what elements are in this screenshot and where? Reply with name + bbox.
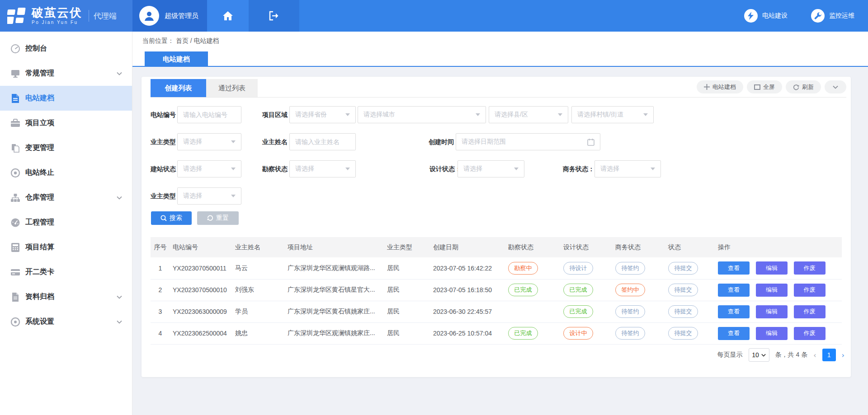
tab-create-list[interactable]: 创建列表 — [151, 79, 206, 97]
chevron-down-icon — [117, 72, 122, 75]
sidebar-item-open-class2-card[interactable]: 开二类卡 — [0, 260, 132, 284]
nav-monitor-ops[interactable]: 监控运维 — [811, 9, 854, 23]
cell-created: 2023-06-30 22:45:57 — [430, 301, 505, 322]
sidebar-item-dashboard[interactable]: 控制台 — [0, 36, 132, 61]
owner-name-input[interactable] — [290, 134, 355, 150]
cell-business-status: 待签约 — [613, 257, 665, 279]
user-block[interactable]: 超级管理员 — [132, 0, 207, 32]
date-range-placeholder: 请选择日期范围 — [462, 138, 506, 146]
sidebar-item-system-settings[interactable]: 系统设置 — [0, 309, 132, 334]
view-button[interactable]: 查看 — [718, 261, 750, 275]
owner-type2-select[interactable]: 请选择 — [177, 187, 241, 205]
refresh-button[interactable]: 刷新 — [786, 80, 821, 93]
cell-no: 4 — [151, 322, 170, 344]
sidebar-item-station-terminate[interactable]: 电站终止 — [0, 160, 132, 185]
search-button[interactable]: 搜索 — [151, 211, 192, 225]
void-button[interactable]: 作废 — [794, 305, 826, 318]
cell-station-no: YX2023070500010 — [170, 279, 232, 301]
business-status-label: 商务状态： — [563, 160, 594, 177]
page-tab-station-archive[interactable]: 电站建档 — [145, 51, 208, 67]
owner-type-placeholder: 请选择 — [183, 138, 202, 146]
reset-label: 重置 — [216, 214, 229, 222]
tab-passed-list[interactable]: 通过列表 — [206, 79, 258, 97]
business-status-select[interactable]: 请选择 — [594, 160, 661, 177]
cell-owner-type: 居民 — [384, 257, 430, 279]
logout-button[interactable] — [249, 0, 299, 32]
design-status-select[interactable]: 请选择 — [458, 160, 524, 177]
void-button[interactable]: 作废 — [794, 284, 826, 297]
sidebar-item-label: 开二类卡 — [25, 267, 54, 277]
cell-status: 待提交 — [665, 257, 715, 279]
fullscreen-label: 全屏 — [763, 83, 775, 91]
cell-status: 待提交 — [665, 301, 715, 322]
sidebar-item-change-mgmt[interactable]: 变更管理 — [0, 135, 132, 160]
next-page-button[interactable]: › — [842, 351, 844, 359]
status-badge: 待签约 — [615, 305, 645, 318]
status-badge: 已完成 — [563, 305, 593, 318]
sidebar-item-general-mgmt[interactable]: 常规管理 — [0, 61, 132, 86]
sidebar-item-warehouse-mgmt[interactable]: 仓库管理 — [0, 185, 132, 210]
reset-button[interactable]: 重置 — [197, 211, 239, 225]
sidebar-item-engineering-mgmt[interactable]: 工程管理 — [0, 210, 132, 235]
nav-station-build-label: 电站建设 — [762, 12, 788, 20]
sidebar-item-project-initiation[interactable]: 项目立项 — [0, 111, 132, 135]
county-placeholder: 请选择县/区 — [495, 111, 528, 119]
brand-portal: 代理端 — [89, 10, 117, 22]
sidebar-item-label: 工程管理 — [25, 218, 54, 227]
home-button[interactable] — [207, 0, 249, 32]
card-toolbar: 电站建档 全屏 刷新 — [697, 80, 846, 93]
edit-button[interactable]: 编辑 — [756, 305, 788, 318]
build-status-select[interactable]: 请选择 — [177, 160, 241, 177]
prev-page-button[interactable]: ‹ — [813, 351, 816, 359]
station-no-input[interactable] — [178, 107, 241, 123]
survey-status-select[interactable]: 请选择 — [289, 160, 356, 177]
cell-actions: 查看 编辑 作废 — [715, 322, 842, 344]
select-arrow-icon — [231, 168, 236, 170]
cell-owner-type: 居民 — [384, 279, 430, 301]
table-row: 2 YX2023070500010 刘强东 广东深圳龙华区黄石镇星官大... 居… — [151, 279, 842, 301]
edit-button[interactable]: 编辑 — [756, 327, 788, 340]
view-button[interactable]: 查看 — [718, 327, 750, 340]
cell-created: 2023-07-05 16:42:22 — [430, 257, 505, 279]
select-arrow-icon — [651, 168, 655, 170]
dashboard-icon — [10, 43, 21, 54]
settings-icon — [10, 317, 21, 327]
station-no-field[interactable] — [177, 106, 241, 123]
avatar[interactable] — [139, 6, 159, 26]
cell-address: 广东深圳龙华区观澜镇观湖路... — [285, 257, 384, 279]
view-button[interactable]: 查看 — [718, 305, 750, 318]
cell-created: 2023-07-05 16:18:50 — [430, 279, 505, 301]
sidebar-item-project-settlement[interactable]: 项目结算 — [0, 235, 132, 260]
edit-button[interactable]: 编辑 — [756, 261, 788, 275]
status-badge: 已完成 — [508, 284, 538, 296]
search-label: 搜索 — [170, 214, 182, 222]
sidebar-item-data-archive[interactable]: 资料归档 — [0, 284, 132, 309]
per-page-select[interactable]: 10 — [749, 348, 769, 362]
create-station-button[interactable]: 电站建档 — [697, 80, 743, 93]
province-select[interactable]: 请选择省份 — [289, 106, 356, 123]
cell-station-no: YX2023070500011 — [170, 257, 232, 279]
cell-owner-type: 居民 — [384, 322, 430, 344]
wrench-icon — [811, 9, 825, 23]
cell-business-status: 签约中 — [613, 279, 665, 301]
city-select[interactable]: 请选择城市 — [358, 106, 486, 123]
void-button[interactable]: 作废 — [794, 261, 826, 275]
nav-station-build[interactable]: 电站建设 — [744, 9, 788, 23]
fullscreen-button[interactable]: 全屏 — [747, 80, 782, 93]
edit-button[interactable]: 编辑 — [756, 284, 788, 297]
page-number-button[interactable]: 1 — [822, 349, 836, 361]
town-select[interactable]: 请选择村镇/街道 — [571, 106, 654, 123]
refresh-label: 刷新 — [802, 83, 814, 91]
void-button[interactable]: 作废 — [794, 327, 826, 340]
date-range-field[interactable]: 请选择日期范围 — [456, 133, 600, 150]
brand-block: 破茧云伏 Po Jian Yun Fu 代理端 — [0, 0, 132, 32]
design-status-label: 设计状态： — [429, 160, 461, 177]
status-badge: 待提交 — [668, 305, 698, 318]
collapse-toolbar-button[interactable] — [825, 80, 846, 93]
owner-name-field[interactable] — [289, 133, 356, 150]
file-icon — [10, 292, 21, 303]
owner-type-select[interactable]: 请选择 — [177, 133, 241, 150]
view-button[interactable]: 查看 — [718, 284, 750, 297]
county-select[interactable]: 请选择县/区 — [489, 106, 568, 123]
sidebar-item-station-archive[interactable]: 电站建档 — [0, 86, 132, 111]
